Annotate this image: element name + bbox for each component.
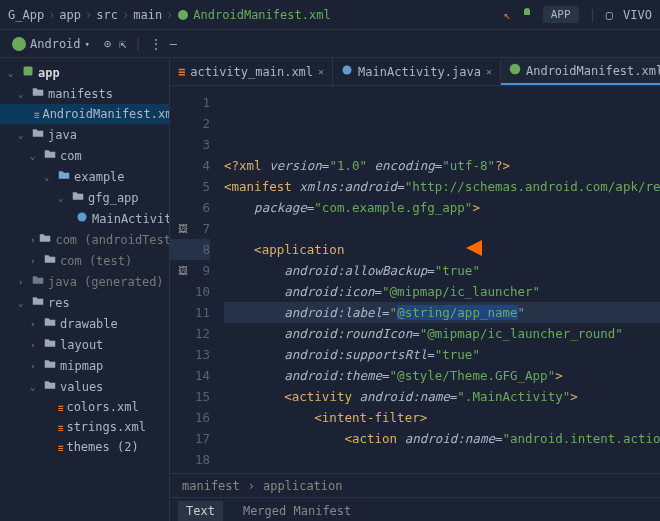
folder-icon (32, 86, 44, 101)
xml-icon: ≡ (58, 440, 62, 454)
code-line[interactable]: <category android:name="android.intent.c… (224, 470, 660, 473)
editor-bottom-tabs[interactable]: TextMerged Manifest (170, 497, 660, 521)
editor-breadcrumb-item[interactable]: application (263, 479, 342, 493)
toolbar-right: ↖ APP | ▢ VIVO (504, 6, 652, 23)
code-line[interactable]: android:supportsRtl="true" (224, 344, 660, 365)
code-line[interactable]: package="com.example.gfg_app"> (224, 197, 660, 218)
tree-file[interactable]: ≡colors.xml (0, 397, 169, 417)
module-icon (22, 65, 34, 80)
code-line[interactable]: android:theme="@style/Theme.GFG_App"> (224, 365, 660, 386)
folder-icon (32, 295, 44, 310)
run-config-dropdown[interactable]: APP (543, 6, 579, 23)
target-icon[interactable]: ⊙ (104, 37, 111, 51)
breadcrumb-item[interactable]: app (59, 8, 81, 22)
breadcrumb-item[interactable]: src (96, 8, 118, 22)
tree-folder[interactable]: ⌄app (0, 62, 169, 83)
tree-folder[interactable]: ⌄values (0, 376, 169, 397)
tree-folder[interactable]: ⌄com (0, 145, 169, 166)
code-line[interactable]: <action android:name="android.intent.act… (224, 428, 660, 449)
tree-file[interactable]: MainActivity (0, 208, 169, 229)
android-icon (12, 37, 26, 51)
tree-folder[interactable]: ›java (generated) (0, 271, 169, 292)
bottom-tab[interactable]: Text (178, 501, 223, 521)
project-view-dropdown[interactable]: Android ▾ (6, 35, 96, 53)
chevron-right-icon: › (248, 479, 255, 493)
tree-folder[interactable]: ›com (androidTest) (0, 229, 169, 250)
folder-icon (44, 316, 56, 331)
svg-point-4 (510, 64, 521, 75)
close-icon[interactable]: ✕ (486, 66, 492, 77)
folder-icon (44, 337, 56, 352)
code-editor[interactable]: 🖼🖼 123456789101112131415161718192021 <?x… (170, 86, 660, 473)
tree-folder[interactable]: ›mipmap (0, 355, 169, 376)
svg-point-3 (343, 66, 352, 75)
editor-tabs[interactable]: ≡activity_main.xml✕MainActivity.java✕And… (170, 58, 660, 86)
code-line[interactable]: <intent-filter> (224, 407, 660, 428)
code-line[interactable] (224, 218, 660, 239)
code-content[interactable]: <?xml version="1.0" encoding="utf-8"?><m… (218, 86, 660, 473)
android-icon (509, 63, 521, 78)
minimize-icon[interactable]: — (170, 37, 177, 51)
java-icon (341, 64, 353, 79)
project-sidebar[interactable]: ⌄app⌄manifests≡AndroidManifest.xml⌄java⌄… (0, 58, 170, 521)
line-gutter[interactable]: 🖼🖼 123456789101112131415161718192021 (170, 86, 218, 473)
tab-label: activity_main.xml (190, 65, 313, 79)
tree-folder[interactable]: ⌄res (0, 292, 169, 313)
breadcrumb-file-label: AndroidManifest.xml (193, 8, 330, 22)
breadcrumb-item[interactable]: main (133, 8, 162, 22)
chevron-icon: › (30, 340, 40, 350)
tree-folder[interactable]: ⌄manifests (0, 83, 169, 104)
project-tree[interactable]: ⌄app⌄manifests≡AndroidManifest.xml⌄java⌄… (0, 62, 169, 457)
android-icon (521, 7, 533, 22)
code-line[interactable]: android:icon="@mipmap/ic_launcher" (224, 281, 660, 302)
tree-folder[interactable]: ⌄gfg_app (0, 187, 169, 208)
close-icon[interactable]: ✕ (318, 66, 324, 77)
editor-breadcrumb-item[interactable]: manifest (182, 479, 240, 493)
code-line[interactable]: <?xml version="1.0" encoding="utf-8"?> (224, 155, 660, 176)
tree-folder[interactable]: ⌄example (0, 166, 169, 187)
tree-folder[interactable]: ›drawable (0, 313, 169, 334)
device-icon[interactable]: ▢ (606, 8, 613, 22)
code-line[interactable]: <manifest xmlns:android="http://schemas.… (224, 176, 660, 197)
tab-label: AndroidManifest.xml (526, 64, 660, 78)
breadcrumb-item[interactable]: AndroidManifest.xml (177, 8, 330, 22)
xml-icon: ≡ (58, 420, 62, 434)
breadcrumb-item[interactable]: G_App (8, 8, 44, 22)
back-icon[interactable]: ↖ (504, 8, 511, 22)
device-label[interactable]: VIVO (623, 8, 652, 22)
code-line[interactable]: android:roundIcon="@mipmap/ic_launcher_r… (224, 323, 660, 344)
code-line[interactable]: <activity android:name=".MainActivity"> (224, 386, 660, 407)
chevron-icon: ⌄ (18, 130, 28, 140)
code-line[interactable]: <application (224, 239, 660, 260)
code-line[interactable] (224, 449, 660, 470)
genfolder-icon (32, 274, 44, 289)
chevron-icon: › (30, 235, 35, 245)
chevron-icon: ⌄ (30, 382, 40, 392)
editor-tab[interactable]: MainActivity.java✕ (333, 58, 501, 85)
tree-folder[interactable]: ›com (test) (0, 250, 169, 271)
tree-file[interactable]: ≡themes (2) (0, 437, 169, 457)
chevron-icon: ⌄ (44, 172, 54, 182)
code-line[interactable]: android:label="@string/app_name" (224, 302, 660, 323)
tree-file[interactable]: ≡AndroidManifest.xml (0, 104, 169, 124)
xml-icon: ≡ (58, 400, 62, 414)
chevron-right-icon: › (122, 8, 129, 22)
tree-file[interactable]: ≡strings.xml (0, 417, 169, 437)
editor-breadcrumb[interactable]: manifest › application (170, 473, 660, 497)
breadcrumb[interactable]: G_App › app › src › main › AndroidManife… (8, 8, 498, 22)
bottom-tab[interactable]: Merged Manifest (235, 501, 359, 521)
editor-tab[interactable]: AndroidManifest.xml✕ (501, 58, 660, 85)
editor-tab[interactable]: ≡activity_main.xml✕ (170, 58, 333, 85)
more-icon[interactable]: ⋮ (150, 37, 162, 51)
folder-icon (72, 190, 84, 205)
folder-icon (39, 232, 51, 247)
chevron-icon: ⌄ (58, 193, 68, 203)
code-line[interactable]: android:allowBackup="true" (224, 260, 660, 281)
chevron-icon: ⌄ (30, 151, 40, 161)
image-gutter-icon[interactable]: 🖼 (178, 265, 188, 276)
collapse-icon[interactable]: ⇱ (119, 37, 126, 51)
tree-folder[interactable]: ›layout (0, 334, 169, 355)
tree-folder[interactable]: ⌄java (0, 124, 169, 145)
image-gutter-icon[interactable]: 🖼 (178, 223, 188, 234)
folder-icon (44, 148, 56, 163)
